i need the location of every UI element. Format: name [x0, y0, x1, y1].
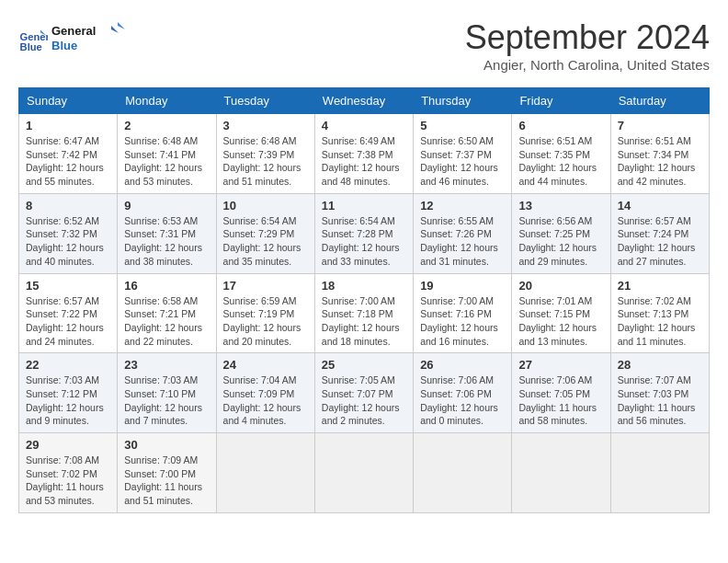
calendar-table: SundayMondayTuesdayWednesdayThursdayFrid…: [18, 87, 710, 513]
svg-text:Blue: Blue: [20, 41, 42, 52]
weekday-header-friday: Friday: [512, 88, 610, 114]
calendar-cell: 2 Sunrise: 6:48 AMSunset: 7:41 PMDayligh…: [118, 114, 216, 194]
page-header: General Blue General Blue September 2024…: [18, 18, 710, 73]
calendar-cell: 28 Sunrise: 7:07 AMSunset: 7:03 PMDaylig…: [610, 353, 709, 433]
calendar-cell: 21 Sunrise: 7:02 AMSunset: 7:13 PMDaylig…: [610, 273, 709, 353]
day-number: 6: [518, 119, 603, 132]
title-section: September 2024 Angier, North Carolina, U…: [465, 18, 710, 73]
calendar-cell: 20 Sunrise: 7:01 AMSunset: 7:15 PMDaylig…: [512, 273, 610, 353]
day-info: Sunrise: 6:50 AMSunset: 7:37 PMDaylight:…: [420, 135, 498, 187]
svg-text:General: General: [20, 31, 48, 42]
logo-icon: General Blue: [18, 24, 48, 53]
day-info: Sunrise: 7:04 AMSunset: 7:09 PMDaylight:…: [223, 374, 301, 426]
day-number: 9: [124, 199, 209, 213]
day-info: Sunrise: 6:57 AMSunset: 7:22 PMDaylight:…: [26, 295, 104, 347]
day-number: 22: [26, 358, 110, 372]
weekday-header-wednesday: Wednesday: [314, 88, 413, 114]
calendar-cell: 9 Sunrise: 6:53 AMSunset: 7:31 PMDayligh…: [118, 193, 216, 273]
day-number: 24: [223, 358, 308, 372]
day-number: 2: [124, 119, 209, 132]
calendar-cell: 16 Sunrise: 6:58 AMSunset: 7:21 PMDaylig…: [118, 273, 216, 353]
calendar-cell: [314, 433, 413, 513]
day-number: 10: [223, 199, 308, 213]
day-info: Sunrise: 7:09 AMSunset: 7:00 PMDaylight:…: [124, 454, 202, 506]
day-number: 21: [618, 279, 702, 293]
week-row-4: 22 Sunrise: 7:03 AMSunset: 7:12 PMDaylig…: [19, 353, 710, 433]
week-row-5: 29 Sunrise: 7:08 AMSunset: 7:02 PMDaylig…: [19, 433, 710, 513]
day-info: Sunrise: 6:51 AMSunset: 7:34 PMDaylight:…: [618, 135, 696, 187]
calendar-cell: 19 Sunrise: 7:00 AMSunset: 7:16 PMDaylig…: [414, 273, 512, 353]
logo-text: General Blue: [51, 18, 125, 60]
day-number: 3: [223, 119, 308, 132]
calendar-cell: 24 Sunrise: 7:04 AMSunset: 7:09 PMDaylig…: [216, 353, 314, 433]
calendar-cell: [414, 433, 512, 513]
weekday-header-saturday: Saturday: [610, 88, 709, 114]
week-row-1: 1 Sunrise: 6:47 AMSunset: 7:42 PMDayligh…: [19, 114, 710, 194]
day-info: Sunrise: 7:03 AMSunset: 7:12 PMDaylight:…: [26, 374, 104, 426]
calendar-cell: 17 Sunrise: 6:59 AMSunset: 7:19 PMDaylig…: [216, 273, 314, 353]
day-number: 15: [26, 279, 110, 293]
calendar-cell: 7 Sunrise: 6:51 AMSunset: 7:34 PMDayligh…: [610, 114, 709, 194]
day-number: 30: [124, 438, 209, 452]
day-info: Sunrise: 6:56 AMSunset: 7:25 PMDaylight:…: [518, 215, 597, 267]
calendar-cell: 13 Sunrise: 6:56 AMSunset: 7:25 PMDaylig…: [512, 193, 610, 273]
day-number: 12: [420, 199, 505, 213]
day-number: 20: [518, 279, 603, 293]
day-info: Sunrise: 6:57 AMSunset: 7:24 PMDaylight:…: [618, 215, 696, 267]
calendar-cell: [216, 433, 314, 513]
calendar-cell: 14 Sunrise: 6:57 AMSunset: 7:24 PMDaylig…: [610, 193, 709, 273]
calendar-cell: 26 Sunrise: 7:06 AMSunset: 7:06 PMDaylig…: [414, 353, 512, 433]
day-info: Sunrise: 6:58 AMSunset: 7:21 PMDaylight:…: [124, 295, 202, 347]
day-number: 29: [26, 438, 110, 452]
day-info: Sunrise: 6:48 AMSunset: 7:41 PMDaylight:…: [124, 135, 202, 187]
calendar-cell: 3 Sunrise: 6:48 AMSunset: 7:39 PMDayligh…: [216, 114, 314, 194]
day-number: 8: [26, 199, 110, 213]
day-info: Sunrise: 6:49 AMSunset: 7:38 PMDaylight:…: [322, 135, 400, 187]
day-info: Sunrise: 7:03 AMSunset: 7:10 PMDaylight:…: [124, 374, 202, 426]
day-info: Sunrise: 6:55 AMSunset: 7:26 PMDaylight:…: [420, 215, 498, 267]
day-info: Sunrise: 6:51 AMSunset: 7:35 PMDaylight:…: [518, 135, 597, 187]
week-row-2: 8 Sunrise: 6:52 AMSunset: 7:32 PMDayligh…: [19, 193, 710, 273]
day-number: 11: [322, 199, 406, 213]
day-info: Sunrise: 6:52 AMSunset: 7:32 PMDaylight:…: [26, 215, 104, 267]
day-info: Sunrise: 6:53 AMSunset: 7:31 PMDaylight:…: [124, 215, 202, 267]
calendar-cell: 4 Sunrise: 6:49 AMSunset: 7:38 PMDayligh…: [314, 114, 413, 194]
calendar-cell: 27 Sunrise: 7:06 AMSunset: 7:05 PMDaylig…: [512, 353, 610, 433]
weekday-header-thursday: Thursday: [414, 88, 512, 114]
calendar-cell: 6 Sunrise: 6:51 AMSunset: 7:35 PMDayligh…: [512, 114, 610, 194]
day-number: 18: [322, 279, 406, 293]
svg-text:Blue: Blue: [51, 39, 77, 52]
day-number: 25: [322, 358, 406, 372]
day-number: 4: [322, 119, 406, 132]
day-info: Sunrise: 7:07 AMSunset: 7:03 PMDaylight:…: [618, 374, 696, 426]
day-info: Sunrise: 6:54 AMSunset: 7:29 PMDaylight:…: [223, 215, 301, 267]
day-number: 5: [420, 119, 505, 132]
calendar-title: September 2024: [465, 18, 710, 57]
day-info: Sunrise: 6:48 AMSunset: 7:39 PMDaylight:…: [223, 135, 301, 187]
day-info: Sunrise: 6:59 AMSunset: 7:19 PMDaylight:…: [223, 295, 301, 347]
calendar-cell: 8 Sunrise: 6:52 AMSunset: 7:32 PMDayligh…: [19, 193, 118, 273]
calendar-cell: 30 Sunrise: 7:09 AMSunset: 7:00 PMDaylig…: [118, 433, 216, 513]
day-number: 16: [124, 279, 209, 293]
calendar-cell: 5 Sunrise: 6:50 AMSunset: 7:37 PMDayligh…: [414, 114, 512, 194]
day-number: 19: [420, 279, 505, 293]
week-row-3: 15 Sunrise: 6:57 AMSunset: 7:22 PMDaylig…: [19, 273, 710, 353]
day-info: Sunrise: 6:54 AMSunset: 7:28 PMDaylight:…: [322, 215, 400, 267]
logo: General Blue General Blue: [18, 18, 125, 60]
weekday-header-row: SundayMondayTuesdayWednesdayThursdayFrid…: [19, 88, 710, 114]
svg-text:General: General: [51, 24, 96, 38]
day-info: Sunrise: 6:47 AMSunset: 7:42 PMDaylight:…: [26, 135, 104, 187]
calendar-cell: 23 Sunrise: 7:03 AMSunset: 7:10 PMDaylig…: [118, 353, 216, 433]
calendar-cell: 12 Sunrise: 6:55 AMSunset: 7:26 PMDaylig…: [414, 193, 512, 273]
day-number: 1: [26, 119, 110, 132]
day-number: 26: [420, 358, 505, 372]
day-number: 7: [618, 119, 702, 132]
day-info: Sunrise: 7:08 AMSunset: 7:02 PMDaylight:…: [26, 454, 104, 506]
day-info: Sunrise: 7:02 AMSunset: 7:13 PMDaylight:…: [618, 295, 696, 347]
day-info: Sunrise: 7:05 AMSunset: 7:07 PMDaylight:…: [322, 374, 400, 426]
day-number: 17: [223, 279, 308, 293]
weekday-header-monday: Monday: [118, 88, 216, 114]
day-info: Sunrise: 7:00 AMSunset: 7:16 PMDaylight:…: [420, 295, 498, 347]
day-info: Sunrise: 7:06 AMSunset: 7:05 PMDaylight:…: [518, 374, 597, 426]
calendar-cell: 10 Sunrise: 6:54 AMSunset: 7:29 PMDaylig…: [216, 193, 314, 273]
